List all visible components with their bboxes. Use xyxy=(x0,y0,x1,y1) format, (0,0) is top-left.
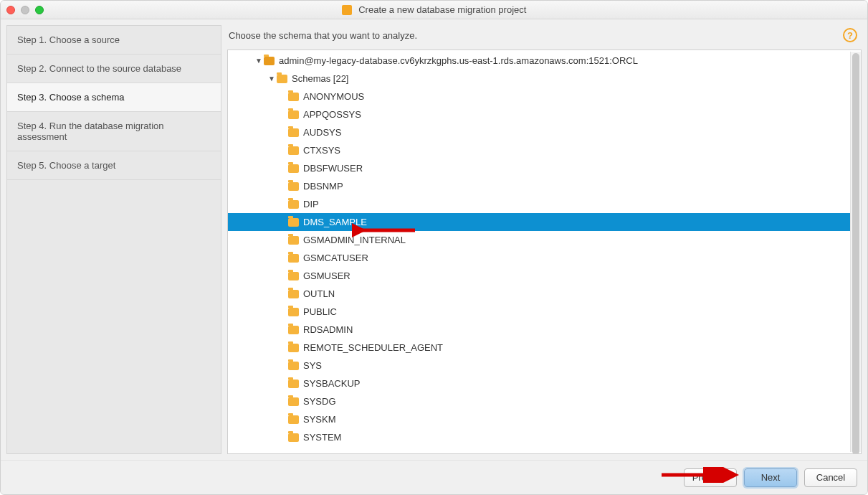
tree-node-schema[interactable]: SYSTEM xyxy=(228,428,850,446)
tree-node-schema[interactable]: GSMUSER xyxy=(228,267,850,285)
tree-label-schema: SYSDG xyxy=(303,396,336,407)
instruction-text: Choose the schema that you want to analy… xyxy=(229,30,417,41)
folder-icon xyxy=(288,326,299,334)
tree-label-schema: DBSNMP xyxy=(303,181,343,192)
main-header: Choose the schema that you want to analy… xyxy=(227,25,862,50)
tree-node-schema[interactable]: CTXSYS xyxy=(228,141,850,159)
tree-label-schema: GSMADMIN_INTERNAL xyxy=(303,235,406,245)
folder-icon xyxy=(288,128,299,137)
folder-icon xyxy=(277,75,287,83)
folder-icon xyxy=(288,146,299,155)
tree-node-schema[interactable]: AUDSYS xyxy=(228,123,850,141)
step-choose-target[interactable]: Step 5. Choose a target xyxy=(7,151,221,180)
folder-icon xyxy=(288,236,299,245)
wizard-window: Create a new database migration project … xyxy=(0,0,868,495)
chevron-down-icon[interactable]: ▼ xyxy=(255,57,264,65)
tree-label-schema: OUTLN xyxy=(303,288,335,299)
minimize-icon[interactable] xyxy=(21,6,29,14)
schema-tree[interactable]: ▼ admin@my-legacy-database.cv6ykrzkgphs.… xyxy=(228,52,850,452)
folder-icon xyxy=(288,308,299,316)
tree-node-schema[interactable]: GSMCATUSER xyxy=(228,249,850,267)
folder-icon xyxy=(288,93,299,101)
scrollbar-thumb[interactable] xyxy=(852,53,859,454)
previous-button[interactable]: Previous xyxy=(684,468,737,487)
tree-label-schema: AUDSYS xyxy=(303,127,341,138)
folder-icon xyxy=(288,415,299,424)
folder-icon xyxy=(288,362,299,370)
tree-node-schema[interactable]: DIP xyxy=(228,195,850,213)
tree-node-schema[interactable]: OUTLN xyxy=(228,285,850,303)
tree-node-schema[interactable]: DBSFWUSER xyxy=(228,159,850,177)
app-icon xyxy=(342,5,352,15)
tree-label-schema: PUBLIC xyxy=(303,306,337,317)
tree-label-schema: SYSBACKUP xyxy=(303,378,360,389)
tree-label-schema: SYSTEM xyxy=(303,432,341,443)
folder-icon xyxy=(288,200,299,209)
step-choose-source[interactable]: Step 1. Choose a source xyxy=(7,26,221,55)
folder-icon xyxy=(288,397,299,406)
tree-node-connection[interactable]: ▼ admin@my-legacy-database.cv6ykrzkgphs.… xyxy=(228,52,850,70)
tree-node-schema[interactable]: SYSBACKUP xyxy=(228,374,850,392)
steps-sidebar: Step 1. Choose a source Step 2. Connect … xyxy=(6,25,221,454)
tree-label-connection: admin@my-legacy-database.cv6ykrzkgphs.us… xyxy=(279,55,638,66)
wizard-body: Step 1. Choose a source Step 2. Connect … xyxy=(1,19,867,460)
main-panel: Choose the schema that you want to analy… xyxy=(227,25,862,454)
tree-label-schemas: Schemas [22] xyxy=(292,73,349,84)
step-choose-schema[interactable]: Step 3. Choose a schema xyxy=(7,83,221,112)
tree-label-schema: SYS xyxy=(303,360,322,371)
tree-node-schema[interactable]: ANONYMOUS xyxy=(228,88,850,105)
folder-icon xyxy=(288,218,299,227)
tree-label-schema: RDSADMIN xyxy=(303,324,353,335)
tree-node-schema[interactable]: PUBLIC xyxy=(228,303,850,321)
folder-icon xyxy=(288,254,299,263)
wizard-footer: Previous Next Cancel xyxy=(1,460,867,494)
folder-icon xyxy=(288,272,299,280)
tree-label-schema: DMS_SAMPLE xyxy=(303,217,367,227)
tree-label-schema: REMOTE_SCHEDULER_AGENT xyxy=(303,342,443,353)
tree-node-schema[interactable]: GSMADMIN_INTERNAL xyxy=(228,231,850,249)
folder-icon xyxy=(288,164,299,173)
tree-label-schema: ANONYMOUS xyxy=(303,91,364,102)
window-title-label: Create a new database migration project xyxy=(358,4,526,15)
tree-label-schema: DBSFWUSER xyxy=(303,163,363,174)
tree-label-schema: SYSKM xyxy=(303,414,336,425)
vertical-scrollbar[interactable] xyxy=(850,52,861,452)
window-title: Create a new database migration project xyxy=(1,4,867,16)
chevron-down-icon[interactable]: ▼ xyxy=(268,75,277,82)
database-icon xyxy=(264,57,275,65)
folder-icon xyxy=(288,380,299,388)
folder-icon xyxy=(288,110,299,119)
window-controls xyxy=(6,6,44,14)
tree-label-schema: GSMCATUSER xyxy=(303,253,368,263)
close-icon[interactable] xyxy=(6,6,15,14)
folder-icon xyxy=(288,433,299,442)
tree-node-schema[interactable]: REMOTE_SCHEDULER_AGENT xyxy=(228,339,850,357)
tree-label-schema: APPQOSSYS xyxy=(303,109,361,120)
tree-node-schema[interactable]: RDSADMIN xyxy=(228,321,850,339)
schema-tree-panel: ▼ admin@my-legacy-database.cv6ykrzkgphs.… xyxy=(227,50,862,454)
folder-icon xyxy=(288,182,299,191)
cancel-button[interactable]: Cancel xyxy=(804,468,857,487)
help-icon[interactable]: ? xyxy=(843,28,857,42)
tree-label-schema: DIP xyxy=(303,199,319,209)
tree-node-schema[interactable]: SYSDG xyxy=(228,392,850,410)
tree-node-schema[interactable]: APPQOSSYS xyxy=(228,105,850,123)
tree-node-schemas[interactable]: ▼ Schemas [22] xyxy=(228,70,850,88)
tree-label-schema: CTXSYS xyxy=(303,145,340,156)
next-button[interactable]: Next xyxy=(744,468,797,487)
folder-icon xyxy=(288,290,299,298)
titlebar: Create a new database migration project xyxy=(1,1,867,19)
step-connect-source-db[interactable]: Step 2. Connect to the source database xyxy=(7,55,221,83)
tree-node-schema[interactable]: SYSKM xyxy=(228,410,850,428)
tree-label-schema: GSMUSER xyxy=(303,270,350,281)
tree-node-schema[interactable]: DMS_SAMPLE xyxy=(228,213,850,231)
step-run-assessment[interactable]: Step 4. Run the database migration asses… xyxy=(7,112,221,151)
tree-node-schema[interactable]: DBSNMP xyxy=(228,177,850,195)
maximize-icon[interactable] xyxy=(35,6,44,14)
folder-icon xyxy=(288,344,299,352)
tree-node-schema[interactable]: SYS xyxy=(228,357,850,374)
